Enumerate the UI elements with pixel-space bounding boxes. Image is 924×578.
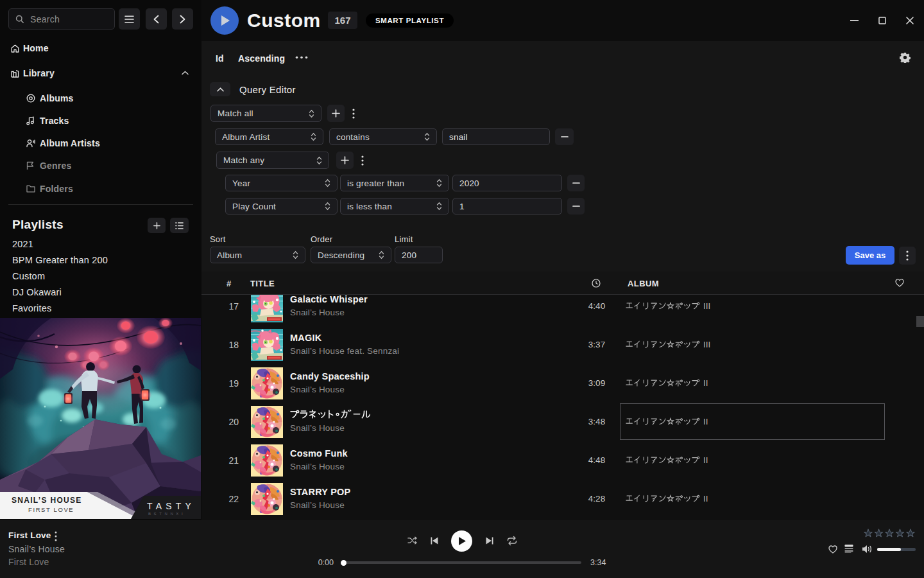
svg-text:TASTY: TASTY bbox=[147, 501, 195, 511]
svg-text:SNAIL’S HOUSE: SNAIL’S HOUSE bbox=[12, 496, 82, 505]
svg-text:FIRST LOVE: FIRST LOVE bbox=[28, 506, 74, 513]
svg-text:BSTNNXI: BSTNNXI bbox=[148, 512, 185, 516]
